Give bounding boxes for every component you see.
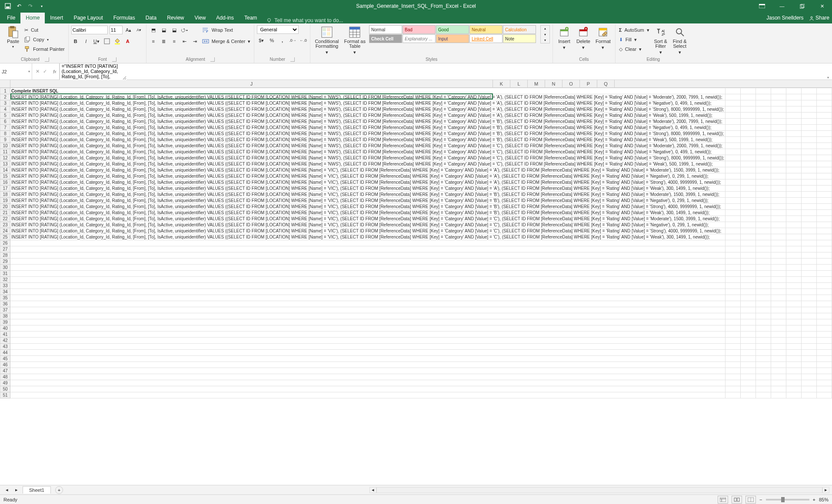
cell-style-bad[interactable]: Bad — [403, 25, 436, 34]
find-select-button[interactable]: Find & Select▾ — [671, 25, 689, 56]
cell[interactable] — [786, 240, 802, 246]
cell[interactable] — [817, 307, 832, 313]
cell[interactable] — [726, 222, 741, 228]
cell[interactable] — [741, 179, 756, 186]
cell[interactable] — [802, 319, 817, 325]
cell[interactable] — [817, 380, 832, 386]
cell[interactable] — [771, 362, 786, 368]
cell-style-neutral[interactable]: Neutral — [469, 25, 503, 34]
cell[interactable] — [771, 106, 786, 113]
cell[interactable] — [726, 277, 741, 283]
cell[interactable] — [802, 113, 817, 119]
redo-icon[interactable]: ↷ — [25, 1, 36, 11]
cell[interactable] — [817, 301, 832, 307]
cell[interactable] — [741, 332, 756, 338]
cell[interactable] — [786, 319, 802, 325]
cell[interactable] — [802, 234, 817, 240]
cell[interactable] — [817, 143, 832, 149]
cell[interactable] — [817, 325, 832, 332]
cell[interactable] — [771, 289, 786, 295]
cell[interactable] — [802, 277, 817, 283]
cell[interactable] — [802, 137, 817, 143]
cell[interactable] — [726, 283, 741, 289]
cell[interactable] — [817, 198, 832, 204]
cell[interactable] — [786, 125, 802, 131]
cell[interactable] — [802, 216, 817, 222]
cell[interactable] — [802, 143, 817, 149]
cell[interactable] — [741, 338, 756, 344]
row-header[interactable]: 39 — [0, 319, 10, 325]
cell[interactable] — [726, 155, 741, 161]
cell[interactable] — [802, 173, 817, 179]
row-header[interactable]: 30 — [0, 265, 10, 271]
cell[interactable] — [756, 106, 771, 113]
cell[interactable] — [756, 265, 771, 271]
sort-filter-button[interactable]: AZSort & Filter▾ — [652, 25, 669, 56]
cell[interactable] — [786, 283, 802, 289]
cell[interactable] — [771, 283, 786, 289]
cell[interactable] — [786, 271, 802, 277]
cell[interactable] — [802, 301, 817, 307]
cell[interactable] — [741, 222, 756, 228]
cell[interactable] — [10, 289, 725, 295]
row-header[interactable]: 42 — [0, 338, 10, 344]
cell[interactable] — [756, 88, 771, 94]
cell[interactable] — [726, 106, 741, 113]
align-right-icon[interactable]: ≡ — [170, 37, 179, 46]
cell[interactable] — [771, 277, 786, 283]
cell[interactable] — [802, 392, 817, 398]
cell[interactable] — [771, 222, 786, 228]
cell[interactable] — [756, 94, 771, 100]
row-header[interactable]: 25 — [0, 234, 10, 240]
sheet-nav-prev-icon[interactable]: ◂ — [3, 486, 11, 494]
align-bottom-icon[interactable]: ⬓ — [170, 26, 179, 34]
cell[interactable] — [802, 368, 817, 374]
cell[interactable] — [726, 216, 741, 222]
cell[interactable] — [786, 210, 802, 216]
row-header[interactable]: 1 — [0, 88, 10, 94]
row-header[interactable]: 51 — [0, 392, 10, 398]
cell[interactable] — [726, 295, 741, 301]
cell[interactable] — [756, 143, 771, 149]
cell[interactable] — [817, 186, 832, 192]
save-icon[interactable] — [3, 1, 13, 11]
tab-home[interactable]: Home — [20, 13, 45, 23]
cell[interactable] — [817, 283, 832, 289]
cell[interactable] — [802, 289, 817, 295]
cell[interactable] — [10, 277, 725, 283]
cell[interactable] — [756, 119, 771, 125]
cell[interactable] — [741, 186, 756, 192]
cell[interactable] — [10, 332, 725, 338]
cell[interactable] — [10, 313, 725, 319]
cell[interactable] — [726, 289, 741, 295]
cell[interactable] — [771, 259, 786, 265]
cell[interactable] — [817, 131, 832, 137]
cell[interactable] — [771, 313, 786, 319]
cell[interactable] — [10, 295, 725, 301]
column-header[interactable]: K — [493, 80, 510, 87]
cell[interactable] — [786, 344, 802, 350]
signed-in-user[interactable]: Jason Snellders — [766, 15, 803, 21]
row-header[interactable]: 27 — [0, 246, 10, 252]
cell[interactable] — [741, 204, 756, 210]
cell[interactable] — [802, 344, 817, 350]
cell[interactable]: INSERT INTO [RATING] (Location_Id, Categ… — [10, 198, 725, 204]
cell[interactable]: INSERT INTO [RATING] (Location_Id, Categ… — [10, 161, 725, 167]
cell[interactable] — [726, 100, 741, 106]
cell[interactable] — [10, 356, 725, 362]
cell[interactable]: INSERT INTO [RATING] (Location_Id, Categ… — [10, 222, 725, 228]
cell[interactable] — [756, 222, 771, 228]
cell[interactable] — [756, 271, 771, 277]
conditional-formatting-button[interactable]: Conditional Formatting▾ — [313, 25, 340, 56]
cell[interactable] — [726, 131, 741, 137]
cell[interactable] — [817, 113, 832, 119]
cell[interactable] — [802, 125, 817, 131]
cell[interactable] — [771, 386, 786, 392]
worksheet-grid[interactable]: 1Complete INSERT SQL2INSERT INTO [RATING… — [0, 88, 832, 485]
maximize-button[interactable] — [792, 0, 812, 12]
cell[interactable] — [741, 277, 756, 283]
cell[interactable] — [786, 149, 802, 155]
cell[interactable] — [10, 338, 725, 344]
cell[interactable] — [817, 192, 832, 198]
cell[interactable] — [726, 173, 741, 179]
